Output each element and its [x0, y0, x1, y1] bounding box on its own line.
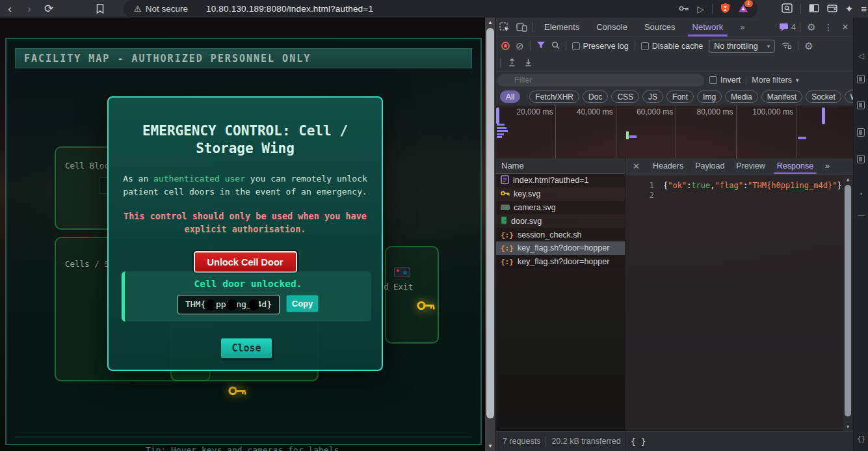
inspect-element-icon[interactable] — [496, 19, 513, 36]
name-column-header[interactable]: Name — [496, 158, 625, 174]
reload-icon[interactable]: ⟳ — [39, 0, 59, 18]
throttling-select[interactable]: No throttling▾ — [709, 40, 775, 53]
request-row[interactable]: key.svg — [496, 187, 625, 201]
import-har-icon[interactable] — [507, 57, 517, 69]
not-secure-label[interactable]: Not secure — [146, 4, 188, 14]
timeline-left-handle[interactable] — [496, 107, 499, 124]
toolbar-div — [566, 41, 566, 51]
more-filters-button[interactable]: More filters▾ — [752, 75, 798, 85]
urlbar-divider — [712, 4, 713, 14]
search-network-icon[interactable] — [551, 41, 560, 51]
device-toolbar-icon[interactable] — [513, 19, 530, 36]
type-chip-media[interactable]: Media — [725, 90, 758, 103]
sidebar-collapse-icon[interactable]: ◁ — [854, 51, 868, 61]
request-row[interactable]: index.html?authed=1 — [496, 174, 625, 187]
response-tab-response[interactable]: Response — [771, 158, 819, 174]
devtools-tab-network[interactable]: Network — [684, 18, 732, 36]
type-chip-all[interactable]: All — [500, 90, 520, 103]
response-tab-preview[interactable]: Preview — [730, 158, 770, 174]
response-tab-headers[interactable]: Headers — [647, 158, 689, 174]
filter-input[interactable] — [497, 74, 704, 87]
bookmark-icon[interactable] — [96, 4, 104, 14]
response-scrollbar-thumb[interactable] — [845, 185, 851, 417]
issues-icon[interactable]: 4 — [779, 19, 797, 36]
brave-shield-icon[interactable] — [720, 3, 730, 16]
share-icon[interactable]: ▷ — [697, 4, 704, 14]
wallet-icon[interactable] — [827, 4, 837, 14]
forward-icon[interactable]: › — [20, 0, 39, 18]
request-row[interactable]: door.svg — [496, 214, 625, 228]
export-har-icon[interactable] — [523, 57, 533, 69]
url-bar[interactable]: ⚠ Not secure 10.80.130.189:8080/index.ht… — [124, 0, 757, 18]
sidebar-playlist-icon[interactable] — [857, 155, 865, 163]
rewards-badge: 1 — [744, 0, 753, 7]
devtools-tab-elements[interactable]: Elements — [536, 18, 588, 36]
url-text[interactable]: 10.80.130.189:8080/index.html?authed=1 — [206, 4, 679, 14]
copy-flag-button[interactable]: Copy — [286, 295, 319, 312]
invert-checkbox[interactable]: Invert — [709, 75, 741, 85]
network-conditions-icon[interactable] — [781, 41, 792, 51]
search-tabs-icon[interactable] — [782, 3, 793, 15]
scroll-up-icon[interactable]: ▲ — [485, 20, 495, 25]
response-json[interactable]: {"ok":true,"flag":"THM{h0pp1ing_m4d}"} — [663, 181, 842, 190]
format-json-button[interactable]: { } — [631, 437, 646, 446]
map-camera-icon[interactable] — [394, 267, 410, 277]
preserve-log-checkbox[interactable]: Preserve log — [572, 42, 629, 51]
page-scrollbar-thumb[interactable] — [486, 28, 494, 418]
request-row[interactable]: {:}session_check.sh — [496, 228, 625, 241]
type-chip-socket[interactable]: Socket — [806, 90, 841, 103]
password-key-icon[interactable] — [679, 5, 689, 14]
request-row[interactable]: {:}key_flag.sh?door=hopper — [496, 241, 625, 255]
flag-field[interactable]: THM{h0pp1ing_m4d} — [178, 295, 280, 314]
response-tab-payload[interactable]: Payload — [689, 158, 730, 174]
timeline-bar — [798, 137, 806, 139]
checkbox-icon[interactable] — [709, 76, 717, 84]
record-network-log-icon[interactable] — [501, 42, 510, 50]
sidebar-dot-icon[interactable]: • — [854, 191, 868, 197]
map-key-icon-east[interactable] — [417, 300, 436, 313]
scroll-up-icon[interactable]: ▲ — [843, 177, 852, 182]
network-settings-icon[interactable]: ⚙ — [804, 40, 813, 52]
request-row[interactable]: camera.svg — [496, 201, 625, 215]
more-tabs-icon[interactable]: » — [731, 18, 753, 36]
type-chip-fetchxhr[interactable]: Fetch/XHR — [529, 90, 579, 103]
devtools-tab-sources[interactable]: Sources — [636, 18, 684, 36]
devtools-close-icon[interactable]: ✕ — [837, 19, 854, 36]
type-chip-manifest[interactable]: Manifest — [761, 90, 802, 103]
checkbox-icon[interactable] — [641, 42, 649, 50]
sidebar-bookmarks-icon[interactable] — [857, 101, 865, 109]
unlock-cell-door-button[interactable]: Unlock Cell Door — [192, 250, 298, 274]
checkbox-icon[interactable] — [572, 42, 580, 50]
brave-rewards-icon[interactable]: 1 — [738, 3, 748, 15]
page-scrollbar[interactable]: ▲ ▼ — [485, 18, 495, 451]
split-view-icon[interactable] — [809, 4, 819, 14]
map-key-icon-south[interactable] — [228, 385, 248, 398]
scroll-down-icon[interactable]: ▼ — [485, 443, 495, 449]
sidebar-reading-list-icon[interactable] — [857, 75, 865, 83]
close-response-icon[interactable]: ✕ — [625, 161, 647, 171]
devtools-settings-icon[interactable]: ⚙ — [803, 19, 820, 36]
sidebar-wallet-icon[interactable] — [857, 128, 865, 137]
network-overview-timeline[interactable]: 20,000 ms40,000 ms60,000 ms80,000 ms100,… — [496, 105, 854, 159]
leo-sparkle-icon[interactable]: ✦ — [845, 3, 854, 15]
close-modal-button[interactable]: Close — [220, 338, 272, 359]
back-icon[interactable]: ‹ — [0, 0, 20, 18]
disable-cache-checkbox[interactable]: Disable cache — [641, 42, 704, 51]
devtools-tab-console[interactable]: Console — [588, 18, 636, 36]
filter-toggle-icon[interactable] — [536, 41, 546, 51]
more-response-tabs-icon[interactable]: » — [819, 158, 835, 174]
sidebar-dash-icon[interactable]: — — [854, 212, 868, 219]
scroll-down-icon[interactable]: ▼ — [843, 424, 852, 430]
type-chip-doc[interactable]: Doc — [583, 90, 608, 103]
devtools-kebab-icon[interactable]: ⋮ — [820, 19, 837, 36]
type-chip-css[interactable]: CSS — [611, 90, 639, 103]
request-row[interactable]: {:}key_flag.sh?door=hopper — [496, 255, 625, 269]
clear-network-log-icon[interactable]: ⊘ — [516, 40, 524, 52]
type-chip-js[interactable]: JS — [642, 90, 663, 103]
menu-icon[interactable]: ≡ — [861, 3, 867, 14]
timeline-right-handle[interactable] — [822, 107, 825, 124]
type-chip-font[interactable]: Font — [666, 90, 694, 103]
type-chip-img[interactable]: Img — [697, 90, 722, 103]
response-scrollbar[interactable]: ▲ ▼ — [843, 176, 852, 431]
sidebar-braces-icon[interactable]: {} — [854, 435, 868, 443]
